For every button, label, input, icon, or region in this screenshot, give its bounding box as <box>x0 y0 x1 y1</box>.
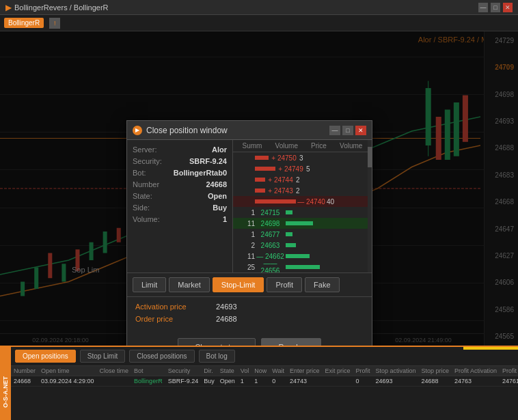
modal-tabs: Limit Market Stop-Limit Profit Fake <box>127 272 372 297</box>
server-value: Alor <box>212 145 227 154</box>
modal-info-panel: Server: Alor Security: SBRF-9.24 Bot: Bo… <box>127 140 233 272</box>
orderbook-bid-row: 25 —— 24656 <box>233 262 372 272</box>
modal-close-button[interactable]: ✕ <box>355 126 366 135</box>
orderbook-header: Summ Volume Price Volume <box>233 140 372 152</box>
bollingerr-tab[interactable]: BollingerR <box>4 18 44 28</box>
col-now: Now <box>251 366 269 376</box>
ob-bid-vol: 1 <box>236 231 255 238</box>
col-profit-price: Profit Price <box>500 366 518 376</box>
orderbook-ask-row: + 24749 5 <box>233 163 372 174</box>
title-bar: ▶ BollingerRevers / BollingerR — □ ✕ <box>0 0 518 15</box>
cell-state: Open <box>217 376 238 387</box>
ob-bar <box>286 265 320 269</box>
ob-ask-price: + 24744 <box>265 176 296 184</box>
ob-bar <box>286 254 310 258</box>
ob-bid-price: 24698 <box>255 220 286 227</box>
tab-closed-positions[interactable]: Closed positions <box>129 350 194 363</box>
cell-profit-price: 24761 <box>500 376 518 387</box>
col-dir: Dir. <box>201 366 217 376</box>
orderbook-ask-row-highlight: — 24740 40 <box>233 196 372 207</box>
close-position-modal: ▶ Close position window — □ ✕ Server: Al… <box>126 120 372 346</box>
cell-wait: 0 <box>269 376 287 387</box>
cell-bot: BollingerR <box>131 376 165 387</box>
ob-bar <box>255 199 296 204</box>
modal-title-text: Close position window <box>146 126 228 135</box>
modal-minimize-button[interactable]: — <box>329 126 340 135</box>
table-row: 24668 03.09.2024 4:29:00 BollingerR SBRF… <box>11 376 518 387</box>
ob-bar <box>255 178 265 182</box>
tab-bot-log[interactable]: Bot log <box>199 350 235 363</box>
ob-bid-vol: 1 <box>236 209 255 216</box>
col-stop-activation: Stop activation <box>372 366 418 376</box>
title-bar-left: ▶ BollingerRevers / BollingerR <box>5 3 109 12</box>
modal-header: ▶ Close position window — □ ✕ <box>127 121 372 140</box>
close-button[interactable]: ✕ <box>503 3 513 12</box>
left-label-bar: O-S-A.NET <box>0 347 11 420</box>
tab-stop-limit-bottom[interactable]: Stop Limit <box>80 350 125 363</box>
table-header: Number Open time Close time Bot Security… <box>11 366 518 376</box>
orderbook-scrollbar[interactable] <box>368 140 372 272</box>
bottom-panel: O-S-A.NET Open positions Stop Limit Clos… <box>0 346 518 420</box>
orderbook-bid-row: 1 24677 <box>233 229 372 240</box>
ob-vol-header: Volume <box>275 142 298 150</box>
orderbook-panel: Summ Volume Price Volume + 24750 3 + 247… <box>233 140 372 272</box>
col-bot: Bot <box>131 366 165 376</box>
number-value: 24668 <box>206 180 227 188</box>
cell-dir: Buy <box>201 376 217 387</box>
tab-market[interactable]: Market <box>169 277 210 292</box>
close-at-stop-button[interactable]: Close at stop <box>178 338 256 346</box>
orderbook-bid-row-highlight: 11 24698 <box>233 218 372 229</box>
ob-summ-header: Summ <box>243 142 262 150</box>
ob-bar <box>255 156 269 160</box>
bottom-content: Open positions Stop Limit Closed positio… <box>11 347 518 387</box>
col-stop-price: Stop price <box>419 366 452 376</box>
cell-stop-activation: 24693 <box>372 376 418 387</box>
orderbook-ask-row: + 24750 3 <box>233 152 372 163</box>
ob-bar <box>286 221 313 225</box>
ob-bar <box>286 210 292 214</box>
order-price-label: Order price <box>135 315 210 323</box>
cell-stop-price: 24688 <box>419 376 452 387</box>
cell-close-time <box>97 376 132 387</box>
orderbook-bid-row: 1 24715 <box>233 207 372 218</box>
col-profit-activation: Profit Activation <box>452 366 500 376</box>
tab-stop-limit[interactable]: Stop-Limit <box>213 277 264 292</box>
cell-security: SBRF-9.24 <box>165 376 202 387</box>
modal-maximize-button[interactable]: □ <box>342 126 353 135</box>
tab-open-positions[interactable]: Open positions <box>15 350 76 363</box>
left-label-text: O-S-A.NET <box>2 376 9 408</box>
ob-ask-price: — 24740 <box>296 198 327 206</box>
side-value: Buy <box>213 204 227 212</box>
ob-ask-vol-right: 5 <box>306 165 325 173</box>
activation-price-value: 24693 <box>216 303 237 311</box>
server-label: Server: <box>133 145 156 154</box>
yellow-accent-bar <box>463 347 518 350</box>
col-enter-price: Enter price <box>287 366 323 376</box>
positions-table: Number Open time Close time Bot Security… <box>11 366 518 387</box>
ob-bid-price: 24663 <box>255 242 286 249</box>
orderbook-bid-row: 2 24663 <box>233 240 372 251</box>
revoke-button[interactable]: Revoke <box>261 338 321 346</box>
order-price-row: Order price 24688 <box>135 315 364 323</box>
tab-fake[interactable]: Fake <box>305 277 339 292</box>
app-icon: ▶ <box>5 3 12 12</box>
activation-price-label: Activation price <box>135 303 210 311</box>
security-value: SBRF-9.24 <box>189 157 227 165</box>
scrollbar-thumb[interactable] <box>368 147 372 167</box>
ob-bid-price: 24677 <box>255 231 286 238</box>
modal-icon: ▶ <box>133 126 142 135</box>
table-header-row: Number Open time Close time Bot Security… <box>11 366 518 376</box>
table-body: 24668 03.09.2024 4:29:00 BollingerR SBRF… <box>11 376 518 387</box>
side-row: Side: Buy <box>133 204 227 212</box>
minimize-button[interactable]: — <box>478 3 488 12</box>
ob-bid-vol: 25 <box>236 264 255 271</box>
col-number: Number <box>11 366 38 376</box>
modal-body: Server: Alor Security: SBRF-9.24 Bot: Bo… <box>127 140 372 272</box>
ob-ask-price: + 24749 <box>275 165 306 173</box>
alert-icon: ! <box>49 18 60 29</box>
tab-profit[interactable]: Profit <box>267 277 302 292</box>
bot-row: Bot: BollingerRtab0 <box>133 169 227 177</box>
security-row: Security: SBRF-9.24 <box>133 157 227 165</box>
tab-limit[interactable]: Limit <box>133 277 166 292</box>
maximize-button[interactable]: □ <box>491 3 500 12</box>
